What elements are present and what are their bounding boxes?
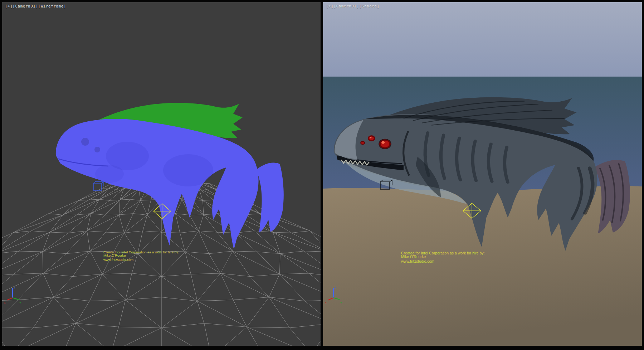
dual-viewport-stage: [+][Camera01][Wireframe] — [0, 0, 644, 350]
watermark-text: Created for Intel Corporation as a work … — [103, 251, 179, 261]
watermark-line2: Mike O'Rourke — [401, 255, 484, 258]
axis-z-label: z — [14, 286, 15, 289]
watermark-text: Created for Intel Corporation as a work … — [401, 251, 484, 263]
axis-y-label: y — [340, 301, 342, 304]
axis-y-label: y — [19, 301, 21, 304]
watermark-line2: Mike O'Rourke — [103, 254, 179, 257]
viewport-shaded[interactable]: [+][Camera01][Shaded] — [323, 2, 642, 346]
wireframe-scene: z x y — [2, 2, 321, 346]
viewport-label-wireframe[interactable]: [+][Camera01][Wireframe] — [5, 4, 66, 9]
watermark-line3: www.fritzstudio.com — [401, 259, 484, 263]
axis-x-label: x — [4, 301, 6, 304]
viewport-wireframe[interactable]: [+][Camera01][Wireframe] — [2, 2, 321, 346]
axis-z-label: z — [335, 286, 336, 289]
sky — [323, 2, 642, 77]
shaded-scene: z x y — [323, 2, 642, 346]
viewport-label-shaded[interactable]: [+][Camera01][Shaded] — [326, 4, 380, 9]
watermark-line3: www.fritzstudio.com — [103, 258, 179, 261]
axis-x-label: x — [325, 301, 327, 304]
